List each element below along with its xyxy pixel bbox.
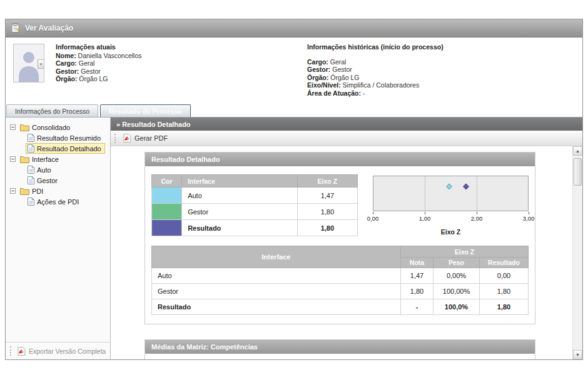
tree-item-label: Ações de PDI xyxy=(37,198,79,206)
color-swatch-auto xyxy=(152,188,181,203)
axis-tick xyxy=(373,212,373,214)
collapse-icon[interactable] xyxy=(10,188,16,194)
table-header-row: Interface Eixo Z xyxy=(152,246,529,258)
nota-cell: 1,47 xyxy=(401,268,433,284)
toolbar-grip xyxy=(10,346,11,356)
col-header-nota: Nota xyxy=(401,258,433,268)
tree-item-resultado-detalhado[interactable]: Resultado Detalhado xyxy=(6,143,110,154)
collapse-icon[interactable] xyxy=(10,124,16,130)
peso-cell: 0,00% xyxy=(433,268,480,284)
tab-label: Resultado do Processo xyxy=(109,108,182,115)
export-full-version-button[interactable]: Exportar Versão Completa xyxy=(6,342,110,359)
app-window: Ver Avaliação ▼ Informações atuais Nome:… xyxy=(5,19,583,360)
color-cell xyxy=(152,204,182,220)
chart-plot-area xyxy=(373,176,529,211)
eixo-z-chart: 0,00 1,00 2,00 3,00 Eixo Z xyxy=(373,174,529,236)
info-field-eixo-nivel: Eixo/Nível: Simplifica / Colaboradores xyxy=(307,82,444,89)
tree-item-consolidado[interactable]: Consolidado xyxy=(6,122,110,132)
axis-tick-label: 2,00 xyxy=(471,215,483,222)
eixo-z-cell: 1,80 xyxy=(297,220,357,236)
resultado-cell: 0,00 xyxy=(480,268,529,284)
tab-informacoes-do-processo[interactable]: Informações do Processo xyxy=(6,104,98,117)
folder-icon xyxy=(20,124,29,131)
tree-item-resultado-resumido[interactable]: Resultado Resumido xyxy=(6,132,110,143)
document-icon xyxy=(28,166,34,174)
vertical-scrollbar[interactable]: ▲ ▼ xyxy=(572,146,582,359)
field-label: Órgão: xyxy=(56,75,77,82)
interface-cell: Auto xyxy=(182,188,298,204)
gerar-pdf-button[interactable]: Gerar PDF xyxy=(119,132,172,144)
chart-axis-title: Eixo Z xyxy=(373,228,529,236)
toolbar-grip xyxy=(114,134,116,143)
document-icon xyxy=(28,198,34,206)
evaluation-icon xyxy=(11,23,21,33)
collapse-icon[interactable] xyxy=(10,156,16,162)
chart-marker-resultado xyxy=(463,184,469,190)
avatar: ▼ xyxy=(13,44,44,82)
color-cell xyxy=(152,220,182,236)
info-field-area-atuacao: Área de Atuação: - xyxy=(307,90,444,98)
table-row: Gestor 1,80 xyxy=(152,204,358,220)
info-field-cargo: Cargo: Geral xyxy=(56,60,307,68)
tree-item-label: Resultado Detalhado xyxy=(37,145,101,152)
tree-item-pdi[interactable]: PDI xyxy=(6,186,110,196)
tree-item-label: Gestor xyxy=(37,177,58,184)
sidebar-tree: Consolidado Resultado Resumido Resultado… xyxy=(6,118,111,359)
field-label: Área de Atuação: xyxy=(307,89,361,97)
resultado-cell: 1,80 xyxy=(480,284,529,299)
tree-item-label: Interface xyxy=(32,156,59,163)
current-info-title: Informações atuais xyxy=(56,44,307,51)
resultado-cell: 1,80 xyxy=(480,299,529,315)
tree-item-auto[interactable]: Auto xyxy=(6,164,110,175)
nota-cell: - xyxy=(401,299,433,315)
panel-title: Resultado Detalhado xyxy=(145,152,535,166)
historical-info-title: Informações históricas (início do proces… xyxy=(307,44,444,51)
panel-title: Médias da Matriz: Competências xyxy=(145,340,535,354)
scroll-region: Resultado Detalhado Cor Interface Eixo Z xyxy=(111,146,582,359)
field-value: - xyxy=(363,89,365,97)
pdf-icon xyxy=(123,134,131,142)
field-label: Nome: xyxy=(56,52,76,59)
group-header-eixo-z: Eixo Z xyxy=(401,246,529,258)
document-icon xyxy=(28,134,34,142)
interface-cell: Auto xyxy=(152,268,401,284)
gerar-pdf-label: Gerar PDF xyxy=(134,134,168,142)
peso-cell: 100,00% xyxy=(433,284,480,299)
panel-medias-da-matriz: Médias da Matriz: Competências Competênc… xyxy=(144,339,535,359)
tab-label: Informações do Processo xyxy=(15,108,89,115)
navigation-tree: Consolidado Resultado Resumido Resultado… xyxy=(6,122,110,342)
col-header-eixo-z: Eixo Z xyxy=(297,175,357,188)
tree-item-label: PDI xyxy=(32,188,43,195)
document-icon xyxy=(28,176,34,184)
field-label: Eixo/Nível: xyxy=(307,81,341,89)
tree-item-label: Consolidado xyxy=(32,124,70,131)
main-area: Consolidado Resultado Resumido Resultado… xyxy=(6,117,582,359)
color-table: Cor Interface Eixo Z Auto xyxy=(151,174,358,236)
table-row: Resultado - 100,0% 1,80 xyxy=(152,299,529,315)
scroll-down-button[interactable]: ▼ xyxy=(573,350,582,359)
col-header-cor: Cor xyxy=(152,175,182,188)
content-toolbar: Gerar PDF xyxy=(111,131,582,146)
scrollbar-thumb[interactable] xyxy=(574,158,582,186)
field-value: Gestor xyxy=(332,66,352,73)
col-header-interface: Interface xyxy=(152,246,401,268)
axis-tick xyxy=(477,212,477,214)
avatar-dropdown-button[interactable]: ▼ xyxy=(38,59,44,69)
historical-info: Informações históricas (início do proces… xyxy=(307,44,444,97)
field-label: Órgão: xyxy=(307,74,328,81)
scroll-up-button[interactable]: ▲ xyxy=(573,146,582,156)
tree-item-gestor[interactable]: Gestor xyxy=(6,175,110,186)
tree-item-interface[interactable]: Interface xyxy=(6,154,110,164)
table-header-row: Cor Interface Eixo Z xyxy=(152,175,358,188)
field-label: Gestor: xyxy=(307,66,330,73)
export-label: Exportar Versão Completa xyxy=(29,348,106,355)
window-titlebar: Ver Avaliação xyxy=(6,19,582,38)
col-header-resultado: Resultado xyxy=(480,258,529,268)
chart-gridline xyxy=(477,176,477,211)
tab-resultado-do-processo[interactable]: Resultado do Processo xyxy=(100,104,191,117)
table-row: Auto 1,47 xyxy=(152,188,358,204)
pdf-icon xyxy=(18,347,26,356)
info-field-nome: Nome: Daniella Vasconcellos xyxy=(56,52,307,60)
tree-item-acoes-de-pdi[interactable]: Ações de PDI xyxy=(6,196,110,207)
field-value: Simplifica / Colaboradores xyxy=(343,81,420,89)
